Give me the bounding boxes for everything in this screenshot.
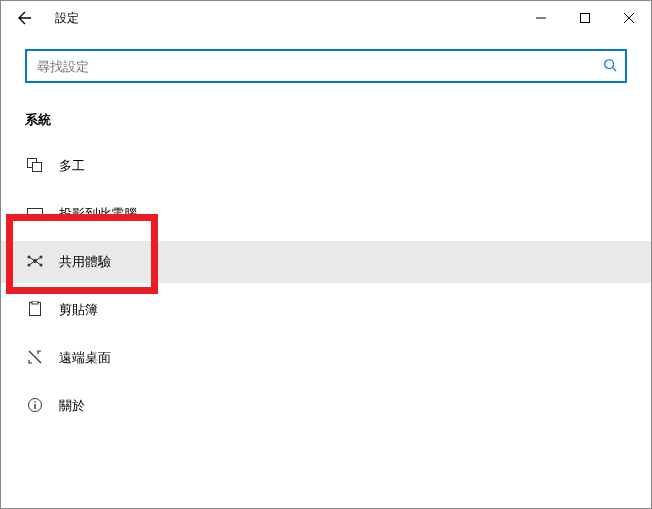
- close-icon: [624, 13, 634, 23]
- back-button[interactable]: [7, 1, 43, 35]
- window-title: 設定: [55, 10, 79, 27]
- nav-label: 遠端桌面: [59, 349, 111, 367]
- svg-rect-11: [32, 301, 38, 304]
- nav-item-shared-experiences[interactable]: 共用體驗: [1, 241, 651, 283]
- shared-experiences-icon: [25, 253, 45, 272]
- nav-item-about[interactable]: 關於: [1, 385, 651, 427]
- clipboard-icon: [25, 301, 45, 320]
- minimize-icon: [536, 13, 546, 23]
- nav-label: 投影到此電腦: [59, 205, 137, 223]
- svg-rect-0: [581, 14, 590, 23]
- search-icon: [603, 58, 617, 75]
- nav-label: 關於: [59, 397, 85, 415]
- svg-point-1: [605, 59, 614, 68]
- remote-desktop-icon: [25, 349, 45, 368]
- svg-point-13: [34, 401, 36, 403]
- nav-label: 剪貼簿: [59, 301, 98, 319]
- about-icon: [25, 397, 45, 416]
- nav-label: 多工: [59, 157, 85, 175]
- project-icon: [25, 206, 45, 223]
- nav-item-remote-desktop[interactable]: 遠端桌面: [1, 337, 651, 379]
- back-arrow-icon: [17, 10, 33, 26]
- search-input[interactable]: [35, 58, 603, 75]
- svg-rect-4: [28, 208, 43, 217]
- maximize-icon: [580, 13, 590, 23]
- search-box[interactable]: [25, 49, 627, 83]
- section-title: 系統: [25, 111, 651, 129]
- titlebar: 設定: [1, 1, 651, 35]
- minimize-button[interactable]: [519, 1, 563, 35]
- nav-item-clipboard[interactable]: 剪貼簿: [1, 289, 651, 331]
- svg-rect-3: [33, 162, 42, 171]
- nav-item-multitasking[interactable]: 多工: [1, 145, 651, 187]
- nav-item-project[interactable]: 投影到此電腦: [1, 193, 651, 235]
- maximize-button[interactable]: [563, 1, 607, 35]
- nav-label: 共用體驗: [59, 253, 111, 271]
- window-controls: [519, 1, 651, 35]
- search-wrapper: [25, 49, 627, 83]
- close-button[interactable]: [607, 1, 651, 35]
- multitasking-icon: [25, 158, 45, 175]
